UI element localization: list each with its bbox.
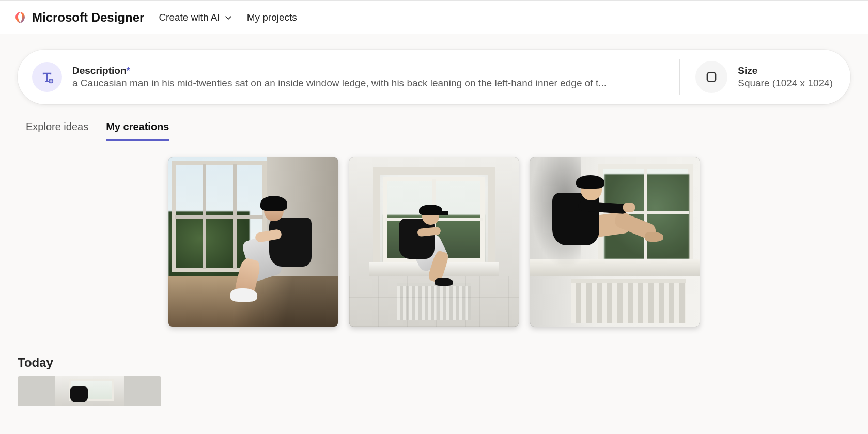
size-label: Size: [738, 65, 833, 76]
size-value: Square (1024 x 1024): [738, 78, 833, 89]
description-icon-circle[interactable]: [32, 62, 62, 92]
creation-tile-3[interactable]: [530, 157, 700, 327]
today-thumbnail-1[interactable]: [18, 376, 161, 406]
prompt-bar: Description* a Caucasian man in his mid-…: [18, 50, 850, 104]
app-name: Microsoft Designer: [32, 10, 144, 25]
creation-tile-2[interactable]: [349, 157, 519, 327]
svg-rect-1: [707, 73, 716, 81]
logo-block[interactable]: Microsoft Designer: [13, 10, 144, 25]
generated-image: [530, 157, 700, 327]
tabs: Explore ideas My creations: [0, 104, 868, 141]
tab-my-creations[interactable]: My creations: [106, 121, 169, 141]
today-section: Today: [0, 327, 868, 406]
size-field[interactable]: Size Square (1024 x 1024): [738, 65, 833, 89]
required-marker: *: [127, 65, 130, 76]
tab-explore-ideas[interactable]: Explore ideas: [26, 121, 88, 141]
description-value: a Caucasian man in his mid-twenties sat …: [72, 78, 664, 89]
description-label-text: Description: [72, 65, 127, 76]
nav-my-projects[interactable]: My projects: [247, 12, 297, 23]
designer-logo-icon: [13, 11, 27, 24]
creations-gallery: [0, 141, 868, 327]
size-icon-circle[interactable]: [695, 61, 727, 93]
app-header: Microsoft Designer Create with AI My pro…: [0, 0, 868, 34]
nav-create-with-ai[interactable]: Create with AI: [159, 12, 232, 23]
description-label: Description*: [72, 65, 664, 76]
chevron-down-icon: [224, 13, 233, 22]
nav-create-label: Create with AI: [159, 12, 220, 23]
creation-tile-1[interactable]: [168, 157, 338, 327]
prompt-divider: [679, 59, 680, 95]
size-square-icon: [704, 70, 719, 84]
generated-image: [349, 157, 519, 327]
generated-image: [168, 157, 338, 327]
thumbnail-image: [55, 376, 123, 406]
nav-projects-label: My projects: [247, 12, 297, 23]
text-prompt-icon: [40, 70, 54, 84]
description-field[interactable]: Description* a Caucasian man in his mid-…: [72, 65, 664, 89]
today-thumbnails: [18, 376, 850, 406]
prompt-bar-container: Description* a Caucasian man in his mid-…: [0, 34, 868, 104]
today-heading: Today: [18, 355, 850, 370]
